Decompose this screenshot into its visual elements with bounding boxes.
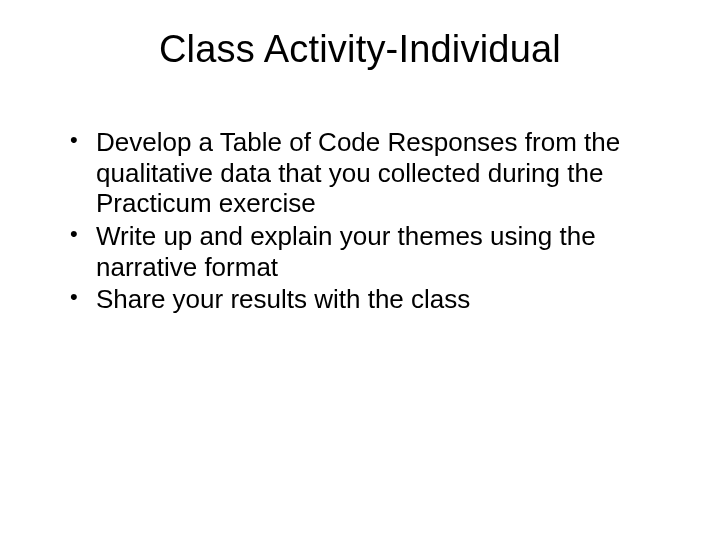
list-item: Write up and explain your themes using t…: [68, 221, 660, 282]
bullet-list: Develop a Table of Code Responses from t…: [60, 127, 660, 315]
list-item: Develop a Table of Code Responses from t…: [68, 127, 660, 219]
list-item: Share your results with the class: [68, 284, 660, 315]
slide-title: Class Activity-Individual: [60, 28, 660, 71]
slide: Class Activity-Individual Develop a Tabl…: [0, 0, 720, 540]
